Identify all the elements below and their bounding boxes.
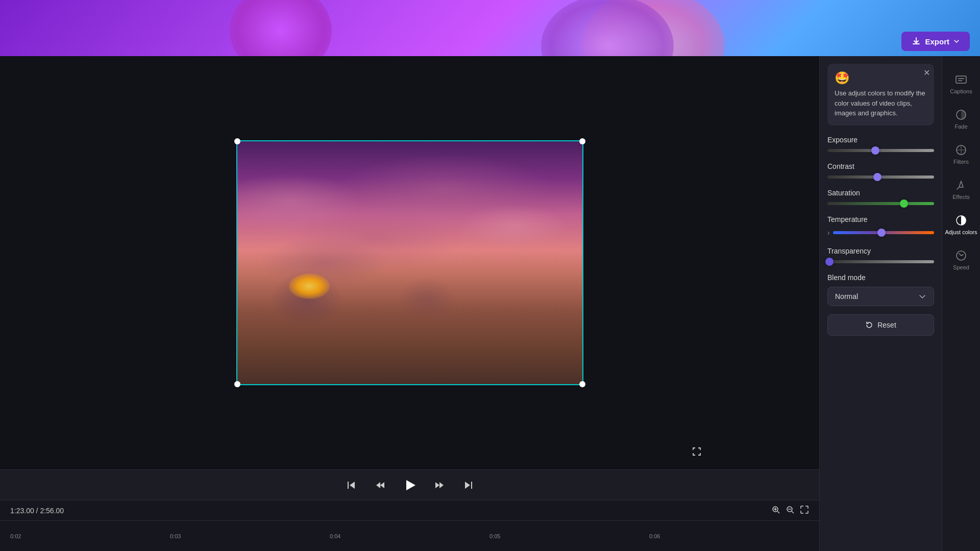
transparency-thumb[interactable] (825, 258, 834, 266)
transparency-section: Transparency (827, 247, 934, 263)
fit-icon (800, 505, 809, 514)
saturation-slider[interactable] (827, 202, 934, 205)
ruler-mark-0: 0:02 (10, 533, 170, 539)
time-total: 2:56.00 (40, 507, 64, 515)
timeline-ruler: 0:02 0:03 0:04 0:05 0:06 (0, 521, 819, 551)
cloud-layer (237, 141, 582, 384)
temperature-label: Temperature (827, 215, 934, 223)
forward-button[interactable] (431, 476, 449, 494)
speed-icon (955, 249, 967, 262)
zoom-out-icon (786, 505, 795, 514)
svg-rect-7 (956, 76, 966, 83)
corner-handle-br[interactable] (579, 381, 585, 387)
tooltip-emoji: 🤩 (835, 71, 927, 85)
timeline-toolbar: 1:23.00 / 2:56.00 (0, 500, 819, 521)
ruler-mark-2: 0:04 (330, 533, 489, 539)
blend-mode-dropdown[interactable]: Normal (827, 287, 934, 306)
corner-handle-tr[interactable] (579, 138, 585, 144)
play-button[interactable] (399, 474, 421, 496)
exposure-slider[interactable] (827, 149, 934, 152)
captions-label: Captions (950, 88, 972, 94)
skip-forward-button[interactable] (459, 476, 478, 494)
adjust-panel: ✕ 🤩 Use adjust colors to modify the colo… (819, 56, 942, 551)
transparency-slider[interactable] (827, 260, 934, 263)
corner-handle-bl[interactable] (234, 381, 240, 387)
filters-icon (955, 144, 967, 156)
rewind-icon (374, 480, 385, 491)
saturation-section: Saturation (827, 189, 934, 205)
right-sidebar: ✕ 🤩 Use adjust colors to modify the colo… (819, 56, 980, 551)
skip-forward-icon (463, 480, 474, 491)
zoom-in-icon (771, 505, 780, 514)
export-label: Export (925, 37, 949, 46)
blend-mode-label: Blend mode (827, 273, 934, 282)
tooltip-close-button[interactable]: ✕ (923, 68, 930, 78)
zoom-in-button[interactable] (771, 505, 780, 516)
sidebar-item-speed[interactable]: Speed (942, 242, 980, 278)
ruler-mark-4: 0:06 (649, 533, 809, 539)
horizon-glow (289, 273, 330, 299)
ruler-mark-3: 0:05 (489, 533, 649, 539)
export-icon (912, 37, 921, 46)
temperature-section: Temperature › (827, 215, 934, 237)
transparency-label: Transparency (827, 247, 934, 255)
blend-mode-chevron-icon (918, 292, 926, 300)
ruler-marks: 0:02 0:03 0:04 0:05 0:06 (10, 533, 809, 539)
video-background (237, 141, 582, 384)
tooltip-text: Use adjust colors to modify the color va… (835, 88, 927, 118)
saturation-label: Saturation (827, 189, 934, 197)
timeline-area: 1:23.00 / 2:56.00 (0, 500, 819, 551)
sidebar-item-filters[interactable]: Filters (942, 137, 980, 172)
main-content: 1:23.00 / 2:56.00 (0, 56, 980, 551)
reset-icon (865, 321, 873, 329)
blend-mode-value: Normal (835, 292, 858, 300)
fullscreen-button[interactable] (692, 446, 702, 459)
top-bar: Export (0, 0, 980, 56)
fit-button[interactable] (800, 505, 809, 516)
forward-icon (434, 480, 446, 491)
effects-icon (955, 179, 967, 191)
export-chevron-icon (953, 38, 960, 44)
contrast-section: Contrast (827, 162, 934, 179)
exposure-section: Exposure (827, 136, 934, 152)
contrast-slider[interactable] (827, 176, 934, 179)
reset-button[interactable]: Reset (827, 314, 934, 336)
temperature-slider[interactable] (833, 231, 934, 234)
export-button[interactable]: Export (901, 32, 970, 51)
fullscreen-icon (692, 446, 702, 457)
sidebar-item-captions[interactable]: Captions (942, 66, 980, 102)
video-preview (0, 56, 819, 469)
contrast-label: Contrast (827, 162, 934, 170)
video-frame[interactable] (236, 140, 583, 385)
saturation-thumb[interactable] (900, 199, 908, 208)
temperature-thumb[interactable] (877, 229, 886, 237)
adjust-colors-label: Adjust colors (945, 229, 977, 235)
filters-label: Filters (953, 159, 969, 165)
effects-label: Effects (952, 194, 969, 200)
zoom-out-button[interactable] (786, 505, 795, 516)
corner-handle-tl[interactable] (234, 138, 240, 144)
timeline-controls (771, 505, 809, 516)
fade-label: Fade (954, 123, 967, 130)
time-display: 1:23.00 / 2:56.00 (10, 507, 64, 515)
reset-label: Reset (877, 321, 896, 329)
adjust-colors-icon (955, 214, 967, 227)
tooltip-box: ✕ 🤩 Use adjust colors to modify the colo… (827, 64, 934, 126)
exposure-label: Exposure (827, 136, 934, 144)
sidebar-item-fade[interactable]: Fade (942, 102, 980, 137)
svg-line-5 (792, 511, 794, 513)
icon-sidebar: Captions Fade Filters (942, 56, 980, 551)
rewind-button[interactable] (371, 476, 389, 494)
contrast-thumb[interactable] (873, 173, 881, 181)
speed-label: Speed (953, 264, 969, 270)
skip-back-icon (346, 480, 357, 491)
temperature-expand-button[interactable]: › (827, 229, 830, 237)
svg-line-1 (777, 511, 779, 513)
time-current: 1:23.00 (10, 507, 34, 515)
skip-back-button[interactable] (342, 476, 360, 494)
ruler-mark-1: 0:03 (170, 533, 330, 539)
captions-icon (955, 73, 967, 86)
sidebar-item-effects[interactable]: Effects (942, 172, 980, 207)
sidebar-item-adjust-colors[interactable]: Adjust colors (942, 207, 980, 242)
exposure-thumb[interactable] (871, 146, 879, 155)
